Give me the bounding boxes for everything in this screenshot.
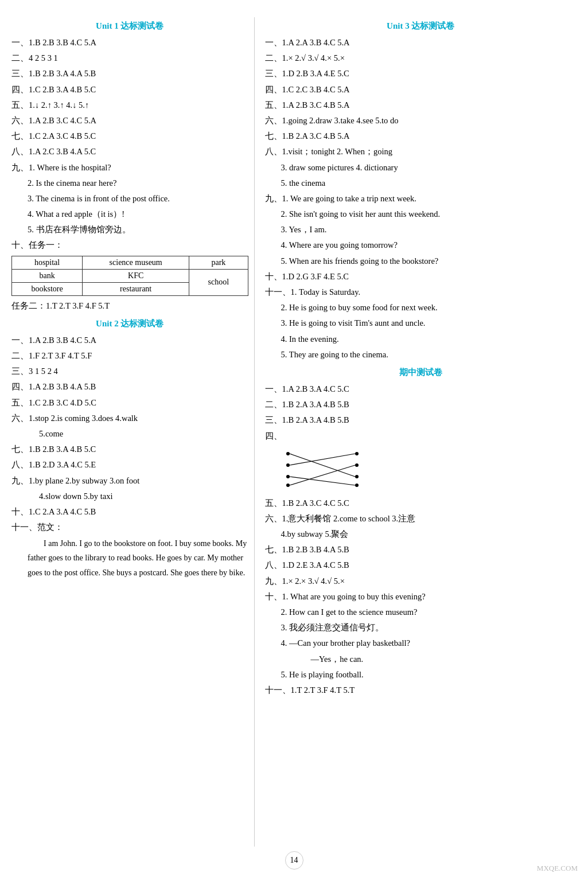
u2-er: 二、1.F 2.T 3.F 4.T 5.F <box>11 349 248 362</box>
place-table-wrap: hospital science museum park bank KFC sc… <box>11 256 248 296</box>
table-cell-restaurant: restaurant <box>83 282 189 295</box>
table-cell-kfc: KFC <box>83 269 189 282</box>
mid-shi-4: 4. —Can your brother play basketball? <box>281 637 577 650</box>
u3-yi: 一、1.A 2.A 3.B 4.C 5.A <box>265 36 577 49</box>
matching-diagram <box>277 445 577 493</box>
svg-point-3 <box>286 484 290 487</box>
unit1-title: Unit 1 达标测试卷 <box>11 21 248 32</box>
unit3-title: Unit 3 达标测试卷 <box>265 21 577 32</box>
svg-point-7 <box>355 484 359 487</box>
u3-ba-1: 八、1.visit；tonight 2. When；going <box>265 145 577 158</box>
watermark: MXQE.COM <box>537 864 578 873</box>
svg-line-11 <box>290 465 355 485</box>
u3-qi: 七、1.B 2.A 3.C 4.B 5.A <box>265 130 577 143</box>
mid-liu-1: 六、1.意大利餐馆 2.come to school 3.注意 <box>265 512 577 525</box>
svg-point-2 <box>286 475 290 478</box>
mid-liu-2: 4.by subway 5.聚会 <box>281 528 577 541</box>
line-yi1: 一、1.B 2.B 3.B 4.C 5.A <box>11 36 248 49</box>
u3-si: 四、1.C 2.C 3.B 4.C 5.A <box>265 83 577 96</box>
mid-wu: 五、1.B 2.A 3.C 4.C 5.C <box>265 497 577 510</box>
mid-er: 二、1.B 2.A 3.A 4.B 5.B <box>265 398 577 411</box>
mid-yi: 一、1.A 2.B 3.A 4.C 5.C <box>265 383 577 396</box>
line-jiu1-5: 5. 书店在科学博物馆旁边。 <box>28 223 248 236</box>
line-qi1: 七、1.C 2.A 3.C 4.B 5.C <box>11 130 248 143</box>
mid-shi-3: 3. 我必须注意交通信号灯。 <box>281 621 577 634</box>
mid-san: 三、1.B 2.A 3.A 4.B 5.B <box>265 414 577 427</box>
svg-point-4 <box>355 452 359 455</box>
svg-point-5 <box>355 463 359 467</box>
svg-line-9 <box>290 454 355 465</box>
u3-ba-3: 5. the cinema <box>281 177 577 190</box>
mid-shi-5: 5. He is playing football. <box>281 668 577 681</box>
u2-liu-2: 5.come <box>39 427 248 440</box>
svg-point-0 <box>286 452 290 455</box>
u3-jiu-1: 九、1. We are going to take a trip next we… <box>265 192 577 205</box>
u3-jiu-2: 2. She isn't going to visit her aunt thi… <box>281 208 577 221</box>
line-si1: 四、1.C 2.B 3.A 4.B 5.C <box>11 83 248 96</box>
u2-wu: 五、1.C 2.B 3.C 4.D 5.C <box>11 396 248 410</box>
left-column: Unit 1 达标测试卷 一、1.B 2.B 3.B 4.C 5.A 二、4 2… <box>11 17 255 847</box>
u2-shiyi-label: 十一、范文： <box>11 521 248 534</box>
u2-liu-1: 六、1.stop 2.is coming 3.does 4.walk <box>11 412 248 425</box>
unit2-title: Unit 2 达标测试卷 <box>11 318 248 329</box>
line-jiu1-2: 2. Is the cinema near here? <box>28 177 248 190</box>
u3-er: 二、1.× 2.√ 3.√ 4.× 5.× <box>265 52 577 65</box>
u3-shiyi-4: 4. In the evening. <box>281 333 577 346</box>
mid-si-label: 四、 <box>265 430 577 443</box>
u3-san: 三、1.D 2.B 3.A 4.E 5.C <box>265 67 577 80</box>
u2-san: 三、3 1 5 2 4 <box>11 365 248 378</box>
u3-jiu-5: 5. When are his friends going to the boo… <box>281 255 577 268</box>
cross-lines-svg <box>277 445 368 491</box>
table-cell-bank: bank <box>12 269 83 282</box>
u2-jiu-1: 九、1.by plane 2.by subway 3.on foot <box>11 474 248 488</box>
line-ba1: 八、1.A 2.C 3.B 4.A 5.C <box>11 145 248 158</box>
mid-jiu: 九、1.× 2.× 3.√ 4.√ 5.× <box>265 575 577 588</box>
mid-shi-1: 十、1. What are you going to buy this even… <box>265 590 577 603</box>
line-renwu2: 任务二：1.T 2.T 3.F 4.F 5.T <box>11 299 248 313</box>
u3-jiu-3: 3. Yes，I am. <box>281 223 577 236</box>
line-jiu1-3: 3. The cinema is in front of the post of… <box>28 192 248 205</box>
svg-point-6 <box>355 475 359 478</box>
u3-wu: 五、1.A 2.B 3.C 4.B 5.A <box>265 99 577 112</box>
place-table: hospital science museum park bank KFC sc… <box>11 256 248 296</box>
line-jiu1-1: 九、1. Where is the hospital? <box>11 161 248 174</box>
table-cell-hospital: hospital <box>12 256 83 269</box>
line-jiu1-4: 4. What a red apple（it is）! <box>28 208 248 221</box>
mid-qi: 七、1.B 2.B 3.B 4.A 5.B <box>265 543 577 556</box>
u2-jiu-2: 4.slow down 5.by taxi <box>39 490 248 503</box>
u2-essay: I am John. I go to the bookstore on foot… <box>28 536 248 580</box>
u3-shiyi-2: 2. He is going to buy some food for next… <box>281 301 577 314</box>
u3-shi: 十、1.D 2.G 3.F 4.E 5.C <box>265 270 577 283</box>
table-cell-school: school <box>189 269 248 295</box>
svg-line-8 <box>290 454 355 477</box>
line-wu1: 五、1.↓ 2.↑ 3.↑ 4.↓ 5.↑ <box>11 99 248 112</box>
page-number: 14 <box>285 851 303 870</box>
mid-title: 期中测试卷 <box>265 367 577 378</box>
u2-ba: 八、1.B 2.D 3.A 4.C 5.E <box>11 458 248 471</box>
mid-shiyi: 十一、1.T 2.T 3.F 4.T 5.T <box>265 684 577 697</box>
mid-shi-2: 2. How can I get to the science museum? <box>281 606 577 619</box>
svg-point-1 <box>286 463 290 467</box>
u2-qi: 七、1.B 2.B 3.A 4.B 5.C <box>11 443 248 456</box>
mid-shi-4b: —Yes，he can. <box>311 653 577 666</box>
u2-si: 四、1.A 2.B 3.B 4.A 5.B <box>11 380 248 393</box>
table-cell-science-museum: science museum <box>83 256 189 269</box>
u3-shiyi-5: 5. They are going to the cinema. <box>281 348 577 361</box>
u3-jiu-4: 4. Where are you going tomorrow? <box>281 239 577 252</box>
line-liu1: 六、1.A 2.B 3.C 4.C 5.A <box>11 114 248 127</box>
line-er1: 二、4 2 5 3 1 <box>11 52 248 65</box>
u2-yi: 一、1.A 2.B 3.B 4.C 5.A <box>11 334 248 347</box>
u3-shiyi-1: 十一、1. Today is Saturday. <box>265 286 577 299</box>
table-cell-bookstore: bookstore <box>12 282 83 295</box>
right-column: Unit 3 达标测试卷 一、1.A 2.A 3.B 4.C 5.A 二、1.×… <box>255 17 577 847</box>
line-san1: 三、1.B 2.B 3.A 4.A 5.B <box>11 67 248 80</box>
u3-liu: 六、1.going 2.draw 3.take 4.see 5.to do <box>265 114 577 127</box>
svg-line-10 <box>290 477 355 485</box>
mid-ba: 八、1.D 2.E 3.A 4.C 5.B <box>265 559 577 572</box>
line-shi1-label: 十、任务一： <box>11 239 248 252</box>
u3-shiyi-3: 3. He is going to visit Tim's aunt and u… <box>281 317 577 330</box>
table-cell-park: park <box>189 256 248 269</box>
u3-ba-2: 3. draw some pictures 4. dictionary <box>281 161 577 174</box>
u2-shi: 十、1.C 2.A 3.A 4.C 5.B <box>11 505 248 519</box>
